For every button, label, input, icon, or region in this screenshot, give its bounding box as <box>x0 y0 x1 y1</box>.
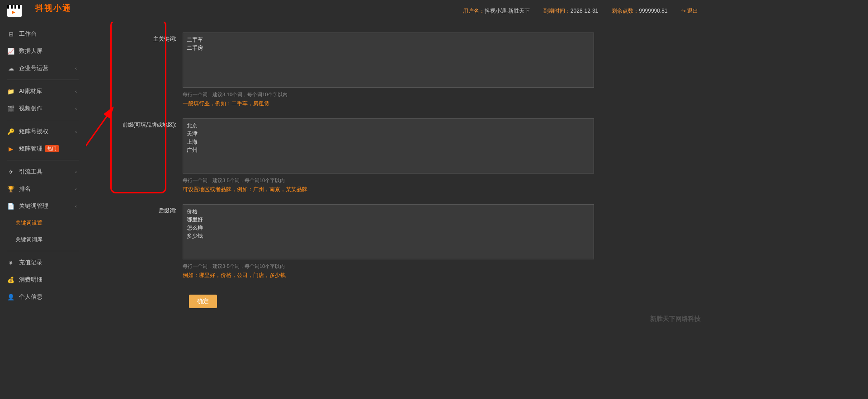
chevron-left-icon: ‹ <box>75 169 77 174</box>
chevron-left-icon: ‹ <box>75 66 77 71</box>
prefix-input[interactable] <box>183 118 594 174</box>
main-keyword-input[interactable] <box>183 33 594 88</box>
points-info: 剩余点数：9999990.81 <box>612 7 667 15</box>
ranking-icon: 🏆 <box>7 185 14 192</box>
divider <box>7 160 79 160</box>
main-keyword-hint2: 一般填行业，例如：二手车，房租赁 <box>183 100 594 108</box>
logout-button[interactable]: ↪ 退出 <box>681 7 698 15</box>
sidebar-item-video-create[interactable]: 🎬 视频创作 ‹ <box>0 100 86 117</box>
prefix-hint2: 可设置地区或者品牌，例如：广州，南京，某某品牌 <box>183 186 594 193</box>
sidebar-sub-keyword-library[interactable]: 关键词词库 <box>0 231 86 248</box>
sidebar-item-traffic[interactable]: ✈ 引流工具 ‹ <box>0 163 86 180</box>
user-info: 用户名：抖视小通-新胜天下 <box>463 7 530 15</box>
chevron-left-icon: ‹ <box>75 129 77 134</box>
divider <box>7 120 79 120</box>
sidebar: ⊞ 工作台 📈 数据大屏 ☁ 企业号运营 ‹ 📁 AI素材库 ‹ 🎬 视频创作 … <box>0 22 86 324</box>
prefix-hint: 每行一个词，建议3-5个词，每个词10个字以内 <box>183 177 594 184</box>
sidebar-item-ranking[interactable]: 🏆 排名 ‹ <box>0 180 86 197</box>
expire-info: 到期时间：2028-12-31 <box>543 7 598 15</box>
sidebar-item-enterprise[interactable]: ☁ 企业号运营 ‹ <box>0 60 86 77</box>
main-keyword-label: 主关键词: <box>97 33 183 43</box>
send-icon: ✈ <box>7 168 14 175</box>
cloud-icon: ☁ <box>7 65 14 72</box>
chart-icon: 📈 <box>7 47 14 55</box>
chevron-left-icon: ‹ <box>75 89 77 94</box>
auth-icon: 🔑 <box>7 128 14 135</box>
money-icon: 💰 <box>7 276 14 283</box>
suffix-hint2: 例如：哪里好，价格，公司，门店，多少钱 <box>183 272 594 279</box>
divider <box>7 251 79 251</box>
sidebar-item-profile[interactable]: 👤 个人信息 <box>0 288 86 305</box>
sidebar-item-keyword-manage[interactable]: 📄 关键词管理 ‹ <box>0 197 86 215</box>
chevron-left-icon: ‹ <box>75 203 77 209</box>
sidebar-item-matrix-manage[interactable]: ▶ 矩阵管理 热门 <box>0 140 86 157</box>
manage-icon: ▶ <box>7 145 14 152</box>
submit-button[interactable]: 确定 <box>189 295 217 308</box>
user-icon: 👤 <box>7 293 14 300</box>
sidebar-item-matrix-auth[interactable]: 🔑 矩阵号授权 ‹ <box>0 123 86 140</box>
header-right: 用户名：抖视小通-新胜天下 到期时间：2028-12-31 剩余点数：99999… <box>463 7 698 15</box>
divider <box>7 80 79 80</box>
suffix-input[interactable] <box>183 204 594 259</box>
sidebar-item-consume[interactable]: 💰 消费明细 <box>0 271 86 288</box>
prefix-label: 前缀(可填品牌或地区): <box>97 118 183 129</box>
yen-icon: ¥ <box>7 259 14 266</box>
sidebar-item-dashboard[interactable]: 📈 数据大屏 <box>0 42 86 60</box>
video-icon: 🎬 <box>7 105 14 112</box>
sidebar-item-ai-material[interactable]: 📁 AI素材库 ‹ <box>0 83 86 100</box>
document-icon: 📄 <box>7 202 14 210</box>
suffix-hint: 每行一个词，建议3-5个词，每个词10个字以内 <box>183 263 594 270</box>
windows-icon: ⊞ <box>7 30 14 38</box>
header: 抖视小通 一站式短视频运营助手 用户名：抖视小通-新胜天下 到期时间：2028-… <box>0 0 705 22</box>
sidebar-sub-keyword-settings[interactable]: 关键词设置 <box>0 215 86 231</box>
logo-icon <box>7 5 22 17</box>
chevron-left-icon: ‹ <box>75 186 77 192</box>
chevron-left-icon: ‹ <box>75 106 77 111</box>
brand-name: 抖视小通 <box>24 0 90 23</box>
sidebar-item-recharge[interactable]: ¥ 充值记录 <box>0 254 86 271</box>
hot-badge: 热门 <box>45 145 59 152</box>
main-content: 主关键词: 每行一个词，建议3-10个词，每个词10个字以内 一般填行业，例如：… <box>86 22 705 324</box>
main-keyword-hint: 每行一个词，建议3-10个词，每个词10个字以内 <box>183 91 594 98</box>
sidebar-item-workspace[interactable]: ⊞ 工作台 <box>0 25 86 42</box>
folder-icon: 📁 <box>7 88 14 95</box>
suffix-label: 后缀词: <box>97 204 183 215</box>
